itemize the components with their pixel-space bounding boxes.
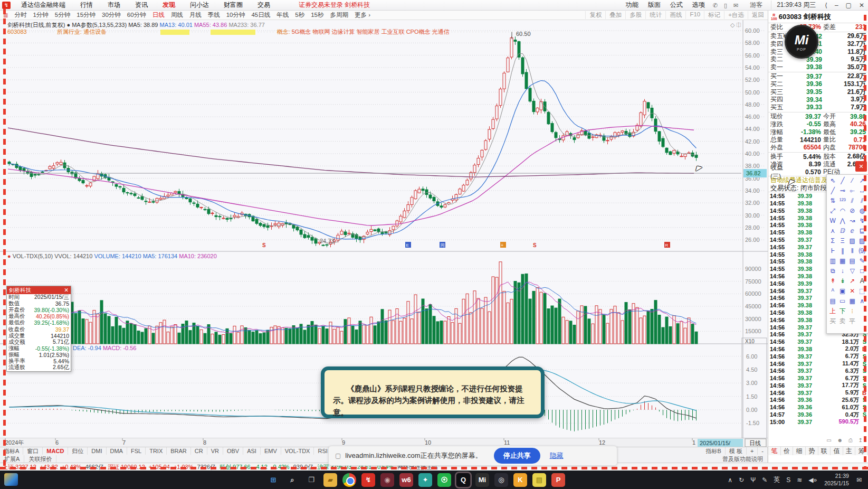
period-日线[interactable]: 日线: [149, 11, 168, 19]
draw-tool-icon[interactable]: ¹²³: [838, 196, 848, 206]
draw-tool-icon[interactable]: ⋏: [828, 226, 838, 236]
tab-窗口[interactable]: 窗口: [23, 447, 43, 455]
draw-tool-icon[interactable]: ▣: [838, 286, 848, 296]
menu-item-财富圈[interactable]: 财富圈: [216, 1, 250, 10]
bid-2[interactable]: 买二39.36153.1万: [768, 80, 868, 88]
draw-tool-icon[interactable]: 上: [828, 306, 838, 316]
draw-tool-icon[interactable]: ↝: [847, 216, 857, 226]
qq-icon[interactable]: Q: [456, 473, 470, 487]
stickynote-icon[interactable]: ▤: [532, 473, 546, 487]
wechat-icon[interactable]: ⦿: [437, 473, 451, 487]
action-+自选[interactable]: +自选: [724, 11, 748, 19]
draw-tool-icon[interactable]: ⟜: [847, 186, 857, 196]
period-45日线[interactable]: 45日线: [248, 11, 273, 19]
menu-item-资讯[interactable]: 资讯: [128, 1, 155, 10]
indicator-tab-OBV[interactable]: OBV: [223, 447, 243, 455]
period-季线[interactable]: 季线: [205, 11, 223, 19]
tape-tab-主[interactable]: 主: [843, 447, 856, 455]
notification-icon[interactable]: ✉: [853, 476, 865, 484]
draw-tool-icon[interactable]: 卖: [838, 316, 848, 326]
draw-tool-icon[interactable]: ↡: [838, 276, 848, 286]
draw-tool-icon[interactable]: 下: [838, 306, 848, 316]
action-返回[interactable]: 返回: [748, 11, 768, 19]
period-周线[interactable]: 周线: [168, 11, 186, 19]
tape-row[interactable]: 15:0039.37590.5万: [768, 418, 868, 426]
draw-tool-icon[interactable]: ↟: [828, 276, 838, 286]
draw-tool-icon[interactable]: ▦: [847, 296, 857, 306]
draw-tool-icon[interactable]: ⫴: [847, 246, 857, 256]
tape-row[interactable]: 14:5639.376.7万S: [768, 374, 868, 382]
action-统计[interactable]: 统计: [645, 11, 665, 19]
stop-sharing-button[interactable]: 停止共享: [494, 448, 540, 464]
menu-item-通达信金融终端[interactable]: 通达信金融终端: [14, 1, 73, 10]
period-月线[interactable]: 月线: [186, 11, 205, 19]
bid-4[interactable]: 买四39.343.9万: [768, 96, 868, 104]
draw-tool-icon[interactable]: ✕: [847, 286, 857, 296]
draw-tool-icon[interactable]: ⅅ: [838, 226, 848, 236]
draw-tool-icon[interactable]: 买: [828, 316, 838, 326]
draw-tool-icon[interactable]: ▨: [847, 236, 857, 246]
tape-tab-细[interactable]: 细: [793, 447, 806, 455]
draw-tool-icon[interactable]: ⁝: [847, 306, 857, 316]
draw-tool-icon[interactable]: ⇅: [828, 196, 838, 206]
chart-corner-icons[interactable]: ◇ ⎅: [730, 22, 741, 29]
menu-item-市场[interactable]: 市场: [100, 1, 128, 10]
menu-item-版面[interactable]: 版面: [643, 1, 665, 10]
minimize-button[interactable]: –: [831, 2, 842, 9]
tape-tab-笔[interactable]: 笔: [768, 447, 781, 455]
indicator-tab-EMV[interactable]: EMV: [261, 447, 281, 455]
tape-row[interactable]: 14:5639.3718.1万S: [768, 338, 868, 345]
period-5秒[interactable]: 5秒: [292, 11, 308, 19]
action-画线[interactable]: 画线: [665, 11, 685, 19]
clock-date[interactable]: 21:392025/1/15: [820, 473, 853, 486]
period-15秒[interactable]: 15秒: [308, 11, 327, 19]
tab-模 板[interactable]: 模 板: [726, 447, 747, 455]
period-多周期[interactable]: 多周期: [327, 11, 351, 19]
close-icon[interactable]: ✕: [64, 286, 69, 294]
draw-tool-icon[interactable]: ∥: [838, 246, 848, 256]
chevron-up-icon[interactable]: ∧: [724, 476, 736, 484]
industry-value[interactable]: 通信设备: [83, 29, 107, 35]
menu-item-选项[interactable]: 选项: [688, 1, 710, 10]
wt6-icon[interactable]: w6: [399, 473, 413, 487]
sync-icon[interactable]: ↻: [736, 476, 747, 484]
draw-tool-icon[interactable]: ▽: [847, 266, 857, 276]
ime-label[interactable]: 英: [770, 475, 783, 484]
action-标记[interactable]: 标记: [704, 11, 724, 19]
draw-tool-icon[interactable]: ⧉: [828, 266, 838, 276]
s-badge[interactable]: S: [783, 476, 794, 484]
wifi-icon[interactable]: ≋: [794, 476, 805, 484]
menu-item-公式[interactable]: 公式: [665, 1, 688, 10]
tape-tab-值[interactable]: 值: [831, 447, 843, 455]
help-link[interactable]: 普及版功能说明: [718, 455, 768, 463]
tape-row[interactable]: 14:5639.375.9万B: [768, 389, 868, 397]
draw-tool-icon[interactable]: ⇖: [828, 176, 838, 186]
tab-+[interactable]: +: [747, 447, 758, 455]
period-15分钟[interactable]: 15分钟: [73, 11, 99, 19]
hide-link[interactable]: 隐藏: [550, 451, 564, 460]
indicator-tab-VOL-TDX[interactable]: VOL-TDX: [281, 447, 314, 455]
period-5分钟[interactable]: 5分钟: [52, 11, 73, 19]
indicator-tab-VR[interactable]: VR: [207, 447, 223, 455]
draw-tool-icon[interactable]: Ⱶ: [828, 246, 838, 256]
concept-list[interactable]: 5G概念 物联网 边缘计算 智能家居 工业互联 CPO概念 光通信: [292, 29, 450, 35]
widgets-icon[interactable]: [4, 473, 18, 486]
menu-item-功能[interactable]: 功能: [621, 1, 643, 10]
user-label[interactable]: 游客: [741, 1, 771, 10]
tab-关联报价[interactable]: 关联报价: [24, 455, 56, 463]
draw-tool-icon[interactable]: ╱: [838, 176, 848, 186]
draw-tool-icon[interactable]: ↗: [847, 276, 857, 286]
app-p-icon[interactable]: P: [551, 473, 565, 487]
draw-tool-icon[interactable]: ▤: [847, 256, 857, 266]
action-叠加[interactable]: 叠加: [605, 11, 625, 19]
period-1分钟[interactable]: 1分钟: [30, 11, 51, 19]
draw-tool-icon[interactable]: ⤢: [828, 206, 838, 216]
indicator-tab-CR[interactable]: CR: [191, 447, 207, 455]
draw-tool-icon[interactable]: 平: [847, 316, 857, 326]
mi-icon[interactable]: Mi: [475, 473, 489, 487]
tape-tab-联[interactable]: 联: [818, 447, 831, 455]
draw-tool-icon[interactable]: ⊘: [847, 206, 857, 216]
draw-tool-icon[interactable]: ⊸: [838, 186, 848, 196]
indicator-tab-TRIX[interactable]: TRIX: [146, 447, 167, 455]
indicator-tab-BRAR[interactable]: BRAR: [167, 447, 191, 455]
